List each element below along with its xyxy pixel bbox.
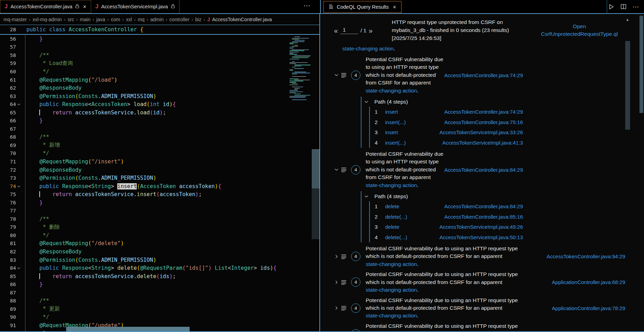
step-label-link[interactable]: insert — [385, 129, 398, 135]
breadcrumb-item[interactable]: controller — [169, 17, 190, 22]
breadcrumb-item[interactable]: admin — [150, 17, 164, 22]
code-text[interactable]: @ResponseBody — [22, 249, 82, 255]
panel-scrollbar-slider[interactable] — [639, 16, 643, 113]
editor-scrollbar-slider-dim[interactable] — [312, 188, 319, 239]
step-location-link[interactable]: AccessTokenServiceImpl.java:33:26 — [439, 129, 523, 135]
code-text[interactable]: * 新增 — [22, 141, 60, 149]
code-text[interactable]: } — [22, 118, 43, 124]
line-number[interactable]: 67 — [0, 126, 16, 132]
split-editor-icon[interactable] — [620, 3, 627, 10]
code-text[interactable]: */ — [22, 150, 49, 156]
code-text[interactable]: @RequestMapping("/load") — [22, 77, 117, 83]
tab-codeql-query-results[interactable]: CodeQL Query Results ✕ — [323, 1, 401, 13]
step-location-link[interactable]: AccessTokenController.java:74:29 — [444, 109, 523, 115]
line-number[interactable]: 72 — [0, 167, 16, 173]
breadcrumb-item[interactable]: biz — [195, 17, 201, 22]
result-location-link[interactable]: AccessTokenController.java:94:29 — [547, 253, 625, 259]
line-number[interactable]: 71 — [0, 159, 16, 164]
code-text[interactable]: public Response<AccessToken> load(int id… — [22, 101, 176, 107]
breadcrumb-item[interactable]: java — [96, 17, 105, 22]
line-number[interactable]: 84 — [0, 265, 16, 271]
line-number[interactable]: 61 — [0, 77, 16, 83]
step-location-link[interactable]: AccessTokenServiceImpl.java:50:13 — [439, 234, 523, 240]
list-icon[interactable] — [341, 280, 350, 285]
next-page-icon[interactable]: » — [369, 27, 373, 34]
breadcrumb-item[interactable]: mq-master — [3, 17, 27, 22]
more-actions-icon[interactable]: ⋯ — [633, 3, 639, 11]
state-changing-action-link[interactable]: state-changing action — [366, 287, 417, 293]
code-text[interactable]: * 更新 — [22, 305, 60, 313]
tab-accesstokenserviceimpl-java[interactable]: J AccessTokenServiceImpl.java — [91, 0, 180, 13]
run-icon[interactable] — [608, 3, 614, 10]
minimap[interactable] — [289, 26, 319, 102]
fold-chevron-icon[interactable] — [16, 184, 22, 188]
expand-chevron-icon[interactable] — [334, 254, 341, 259]
state-changing-action-link[interactable]: state-changing action — [366, 182, 417, 188]
line-number[interactable]: 76 — [0, 200, 16, 205]
line-number[interactable]: 70 — [0, 151, 16, 156]
results-scrollbar-slider[interactable] — [625, 41, 630, 130]
line-number[interactable]: 57 — [0, 44, 16, 50]
line-number[interactable]: 60 — [0, 69, 16, 74]
code-text[interactable]: * 删除 — [22, 224, 60, 231]
step-location-link[interactable]: AccessTokenController.java:75:16 — [444, 119, 523, 125]
line-number[interactable]: 90 — [0, 314, 16, 320]
code-text[interactable]: * Load查询 — [22, 60, 73, 67]
code-area[interactable]: 56 }5758 /**59 * Load查询60 */61 @RequestM… — [0, 35, 319, 331]
code-text[interactable]: public Response<String> insert(AccessTok… — [22, 183, 221, 189]
list-icon[interactable] — [341, 167, 350, 172]
state-changing-action-link[interactable]: state-changing action — [366, 313, 417, 318]
open-query-file-link[interactable]: Open CsrfUnprotectedRequestType.ql — [536, 23, 622, 38]
line-number[interactable]: 28 — [0, 27, 16, 32]
line-number[interactable]: 69 — [0, 143, 16, 148]
step-label-link[interactable]: delete — [385, 224, 399, 230]
code-text[interactable]: /** — [22, 52, 49, 58]
line-number[interactable]: 86 — [0, 282, 16, 287]
step-label-link[interactable]: insert(...) — [385, 119, 406, 125]
line-number[interactable]: 62 — [0, 85, 16, 91]
code-text[interactable]: } — [22, 200, 43, 206]
result-location-link[interactable]: AccessTokenController.java:84:29 — [444, 167, 523, 173]
state-changing-action-link[interactable]: state-changing action — [366, 261, 417, 267]
breadcrumb-item[interactable]: xxl-mq-admin — [33, 17, 62, 22]
breadcrumb-item[interactable]: xxl — [126, 17, 132, 22]
line-number[interactable]: 78 — [0, 216, 16, 222]
tab-accesstokencontroller-java[interactable]: J AccessTokenController.java ✕ — [0, 0, 91, 13]
line-number[interactable]: 91 — [0, 323, 16, 328]
step-location-link[interactable]: AccessTokenController.java:85:16 — [444, 214, 523, 220]
fold-chevron-icon[interactable] — [16, 266, 22, 270]
close-icon[interactable]: ✕ — [83, 4, 87, 9]
horizontal-scrollbar[interactable] — [66, 327, 190, 331]
code-text[interactable]: return accessTokenService.delete(ids); — [22, 273, 176, 280]
code-text[interactable]: } — [22, 281, 43, 288]
breadcrumb-file[interactable]: AccessTokenController.java — [212, 17, 272, 22]
state-changing-action-link[interactable]: state-changing action — [342, 46, 393, 51]
line-number[interactable]: 83 — [0, 257, 16, 263]
line-number[interactable]: 74 — [0, 184, 16, 189]
path-collapse-chevron-icon[interactable] — [364, 194, 371, 199]
line-number[interactable]: 85 — [0, 274, 16, 279]
code-text[interactable]: /** — [22, 216, 49, 222]
code-text[interactable]: return accessTokenService.insert(accessT… — [22, 191, 202, 197]
breadcrumb-item[interactable]: src — [67, 17, 74, 22]
code-text[interactable]: */ — [22, 232, 49, 238]
line-number[interactable]: 80 — [0, 233, 16, 238]
line-number[interactable]: 56 — [0, 36, 16, 42]
editor-scrollbar-slider[interactable] — [312, 149, 319, 188]
code-text[interactable]: /** — [22, 134, 49, 140]
code-text[interactable]: return accessTokenService.load(id); — [22, 110, 166, 116]
step-location-link[interactable]: AccessTokenServiceImpl.java:41:3 — [442, 140, 523, 146]
code-text[interactable]: @ResponseBody — [22, 85, 82, 91]
code-text[interactable]: /** — [22, 298, 49, 304]
line-number[interactable]: 64 — [0, 102, 16, 107]
line-number[interactable]: 88 — [0, 298, 16, 303]
close-icon[interactable]: ✕ — [392, 5, 396, 10]
line-number[interactable]: 89 — [0, 306, 16, 312]
expand-chevron-icon[interactable] — [334, 280, 341, 285]
line-number[interactable]: 65 — [0, 110, 16, 115]
collapse-chevron-icon[interactable] — [334, 167, 341, 172]
code-text[interactable]: @ResponseBody — [22, 167, 82, 173]
code-text[interactable]: */ — [22, 314, 49, 320]
breadcrumb-item[interactable]: main — [80, 17, 90, 22]
line-number[interactable]: 82 — [0, 249, 16, 254]
